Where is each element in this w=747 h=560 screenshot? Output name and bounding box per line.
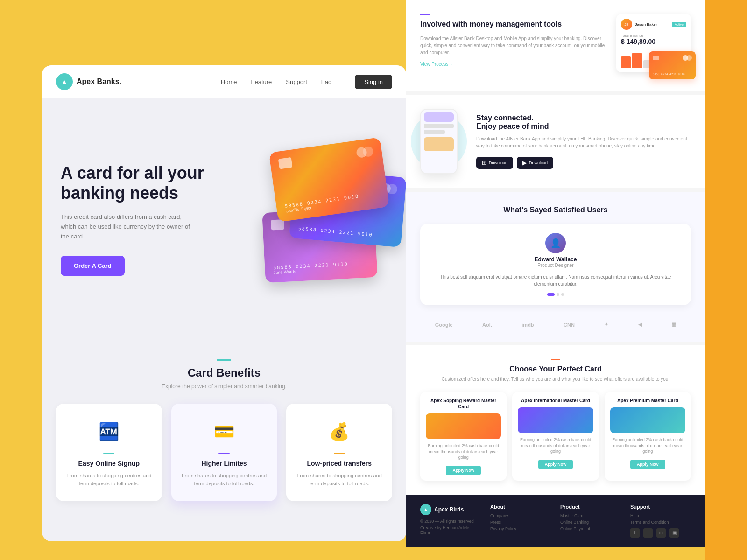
pc-desc-0: Earning unlimited 2% cash back could mea… <box>426 443 501 461</box>
footer-logo: ▲ Apex Birds. <box>420 504 481 515</box>
testimonial-user: 👤 Edward Wallace Product Designer <box>430 233 682 268</box>
footer-link-terms[interactable]: Terms and Condition <box>630 520 691 525</box>
benefit-icon-0: 🏧 <box>95 418 123 446</box>
main-card: ▲ Apex Banks. Home Feature Support Faq S… <box>42 65 406 541</box>
pc-title-2: Apex Premium Master Card <box>610 398 685 404</box>
hero-cards: 58588 0234 2221 9010 Camille Taylor <box>243 98 406 341</box>
nav-home[interactable]: Home <box>221 78 237 85</box>
phone-mockup <box>420 109 458 174</box>
rp-s2-description: Download the Allster Bank App and simpli… <box>476 135 691 149</box>
footer-link-online-payment[interactable]: Online Payment <box>560 526 621 531</box>
footer-link-press[interactable]: Press <box>490 520 551 525</box>
benefit-icon-1: 💳 <box>210 418 238 446</box>
rp-s4-title: Choose Your Perfect Card <box>420 365 691 373</box>
testimonial-name: Edward Wallace <box>535 256 577 263</box>
download-btn-1[interactable]: ⊞ Download <box>476 157 513 169</box>
perfect-card-0: Apex Sopping Reward Master Card Earning … <box>420 392 507 481</box>
footer-link-help[interactable]: Help <box>630 513 691 518</box>
perfect-cards-row: Apex Sopping Reward Master Card Earning … <box>420 392 691 481</box>
pc-card-img-0 <box>426 413 501 439</box>
benefit-title-2: Low-priced transfers <box>296 460 383 467</box>
nav-faq[interactable]: Faq <box>321 78 331 85</box>
benefit-card-2: 💰 Low-priced transfers From shares to sh… <box>286 404 392 501</box>
card-stack: 58588 0234 2221 9010 Camille Taylor <box>245 145 404 294</box>
signin-button[interactable]: Sing in <box>355 75 392 89</box>
orange-strip <box>705 0 747 560</box>
pc-card-img-1 <box>518 407 593 433</box>
benefit-text-2: From shares to shopping centres and term… <box>296 472 383 487</box>
social-twitter[interactable]: t <box>643 528 653 538</box>
testimonial-role: Product Designer <box>537 263 573 268</box>
pc-apply-btn-0[interactable]: Apply Now <box>446 466 481 475</box>
dot-1[interactable] <box>557 293 559 296</box>
rp-s1-right: JB Jason Baker Active Total Balance $ 14… <box>616 14 691 72</box>
footer-link-company[interactable]: Company <box>490 513 551 518</box>
phone-screen-card <box>424 137 454 151</box>
rp-s1-left: Involved with money management tools Dow… <box>420 14 607 72</box>
rp-s1-content: Involved with money management tools Dow… <box>420 14 691 72</box>
chart-bar-1 <box>632 53 642 68</box>
benefits-description: Explore the power of simpler and smarter… <box>56 383 392 390</box>
dot-0[interactable] <box>547 293 555 296</box>
benefits-header: Card Benefits Explore the power of simpl… <box>56 359 392 390</box>
rp-s4-accent-line <box>551 359 560 360</box>
perfect-card-2: Apex Premium Master Card Earning unlimit… <box>605 392 691 481</box>
footer-col-about-title: About <box>490 504 551 510</box>
brand-google: Google <box>435 322 453 328</box>
pc-apply-btn-2[interactable]: Apply Now <box>630 460 665 469</box>
dot-2[interactable] <box>561 293 564 296</box>
benefit-card-0: 🏧 Easy Online Signup From shares to shop… <box>56 404 162 501</box>
phone-screen-item-2 <box>424 124 454 128</box>
rp-section-testimonials: What's Sayed Satisfied Users 👤 Edward Wa… <box>406 188 705 342</box>
download-btn-2[interactable]: ▶ Download <box>517 157 553 169</box>
oc-mc <box>683 55 692 61</box>
footer-copyright: © 2020 — All rights reserved <box>420 519 481 524</box>
phone-screen-item-3 <box>424 130 445 134</box>
rp-s4-header: Choose Your Perfect Card Customized offe… <box>420 359 691 383</box>
nav-feature[interactable]: Feature <box>251 78 272 85</box>
oc-c2 <box>686 55 692 61</box>
footer-link-privacy[interactable]: Privacy Policy <box>490 526 551 531</box>
testimonial-card: 👤 Edward Wallace Product Designer This b… <box>420 224 691 305</box>
benefit-title-0: Easy Online Signup <box>65 460 153 467</box>
benefits-cards: 🏧 Easy Online Signup From shares to shop… <box>56 404 392 501</box>
footer-credit: Creative by Hermari Adele Elmar <box>420 525 481 535</box>
social-facebook[interactable]: f <box>630 528 640 538</box>
social-other[interactable]: ▣ <box>669 528 679 538</box>
rp-s1-view-process[interactable]: View Process › <box>420 62 607 67</box>
pc-apply-btn-1[interactable]: Apply Now <box>538 460 573 469</box>
footer-logo-text: Apex Birds. <box>434 506 465 513</box>
footer-col-support-title: Support <box>630 504 691 510</box>
mini-avatar: JB <box>621 19 632 30</box>
benefit-text-0: From shares to shopping centres and term… <box>65 472 153 487</box>
hero-text: A card for all your banking needs This c… <box>42 135 243 304</box>
mini-balance: $ 149,89.00 <box>621 38 686 45</box>
social-linkedin[interactable]: in <box>656 528 666 538</box>
phone-screen-item-1 <box>424 112 454 122</box>
navbar: ▲ Apex Banks. Home Feature Support Faq S… <box>42 65 406 98</box>
benefit-icon-2: 💰 <box>325 418 353 446</box>
testimonial-dots <box>430 293 682 296</box>
order-card-button[interactable]: Order A Card <box>61 256 125 276</box>
benefits-title: Card Benefits <box>56 366 392 379</box>
card-number-2: 58588 0234 2221 9010 <box>298 226 393 239</box>
footer-link-mastercard[interactable]: Master Card <box>560 513 621 518</box>
rp-section-connected: Stay connected.Enjoy peace of mind Downl… <box>406 91 705 188</box>
footer-col-about: About Company Press Privacy Policy <box>490 504 551 538</box>
benefits-accent-line <box>217 359 231 361</box>
google-play-icon: ▶ <box>522 160 527 166</box>
logo-icon: ▲ <box>56 73 73 90</box>
nav-support[interactable]: Support <box>286 78 307 85</box>
rp-s1-accent-line <box>420 14 430 15</box>
footer-link-online-banking[interactable]: Online Banking <box>560 520 621 525</box>
mastercard-logo-1 <box>356 146 374 158</box>
apple-icon: ⊞ <box>482 160 486 166</box>
mini-card-user: JB Jason Baker Active <box>621 19 686 30</box>
rp-s3-title: What's Sayed Satisfied Users <box>420 206 691 214</box>
logo-area: ▲ Apex Banks. <box>56 73 221 90</box>
oc-top <box>653 55 692 61</box>
testimonial-avatar: 👤 <box>545 233 566 253</box>
chart-bar-0 <box>621 56 631 68</box>
brand-grid: ▦ <box>671 322 676 328</box>
pc-card-img-2 <box>610 407 685 433</box>
